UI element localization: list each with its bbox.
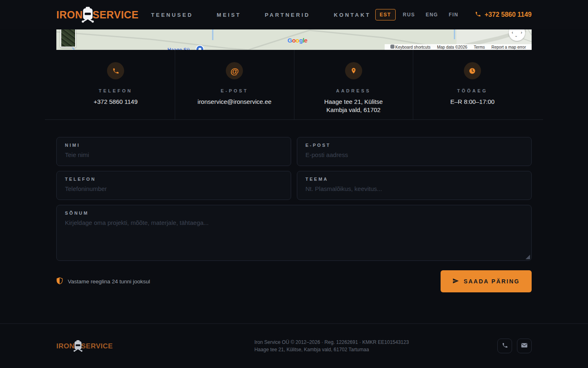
footer-legal: Iron Service OÜ © 2012–2026 · Reg. 12262… [201,339,409,353]
field-nimi[interactable]: NIMI [56,137,291,166]
keyboard-icon [390,45,394,49]
footer-logo[interactable]: IRON SERVICE [56,339,113,353]
logo-text-service: SERVICE [81,343,113,350]
footer-phone-button[interactable] [497,339,512,353]
pan-left-icon: ‹ [512,30,513,35]
field-sonum[interactable]: SÕNUM [56,205,532,261]
nav-kontakt[interactable]: KONTAKT [334,12,371,18]
terms-link[interactable]: Terms [470,45,488,49]
phone-icon [475,11,481,19]
card-telefon: TELEFON +372 5860 1149 [56,50,175,119]
lang-eng[interactable]: ENG [422,9,441,20]
header-phone-link[interactable]: +372 5860 1149 [475,11,532,19]
submit-label: SAADA PÄRING [463,278,520,285]
google-logo[interactable]: Google [287,37,307,44]
field-epost[interactable]: E-POST [297,137,532,166]
logo-text-iron: IRON [56,343,75,350]
phone-icon [502,342,508,350]
pin-icon [345,62,362,79]
card-label: AADRESS [336,88,371,93]
contact-form: NIMI E-POST TELEFON TEEMA SÕNUM [56,137,532,292]
map-marker-label: Haage Sü [167,47,190,50]
card-label: TELEFON [99,88,133,93]
card-value-address: Haage tee 21, Külitse Kambja vald, 61702 [324,98,383,114]
field-teema[interactable]: TEEMA [297,171,532,200]
map-data-label: Map data ©2026 [434,45,470,49]
card-value-hours: E–R 8:00–17:00 [450,98,494,105]
response-time-note: Vastame reeglina 24 tunni jooksul [56,277,150,286]
paper-plane-icon [452,278,459,285]
pan-down-icon: ˇ [515,35,517,40]
lang-est[interactable]: EST [375,9,396,20]
nav-meist[interactable]: MEIST [217,12,241,18]
page: IRON SERVICE TEENUSED MEIST PARTNERID [0,0,588,368]
submit-button[interactable]: SAADA PÄRING [441,270,532,292]
footer-email-button[interactable] [517,339,532,353]
phone-input[interactable] [65,185,283,192]
legal-line-1: Iron Service OÜ © 2012–2026 · Reg. 12262… [254,339,409,346]
envelope-icon [521,342,528,350]
field-label: TEEMA [305,177,523,182]
legal-line-2: Haage tee 21, Külitse, Kambja vald, 6170… [254,346,409,353]
card-value-email[interactable]: ironservice@ironservice.ee [198,98,272,105]
footer: IRON SERVICE Iron Service OÜ © 2012–2026… [0,323,588,368]
card-label: TÖÖAEG [457,88,488,93]
note-text: Vastame reeglina 24 tunni jooksul [68,278,150,285]
welding-mask-icon [82,7,94,25]
card-value-phone[interactable]: +372 5860 1149 [94,98,138,105]
lang-rus[interactable]: RUS [400,9,419,20]
main-nav: TEENUSED MEIST PARTNERID KONTAKT [143,12,371,18]
nav-partnerid[interactable]: PARTNERID [265,12,310,18]
phone-icon [107,62,124,79]
card-label: E-POST [220,88,248,93]
card-epost: @ E-POST ironservice@ironservice.ee [175,50,294,119]
at-icon: @ [226,62,243,79]
card-aadress: AADRESS Haage tee 21, Külitse Kambja val… [294,50,413,119]
map-satellite-toggle[interactable] [60,29,76,47]
field-label: SÕNUM [65,211,523,215]
google-map[interactable]: Haage Sü Google ‹ › ˇ Keyboard shortcuts… [56,29,532,50]
field-label: NIMI [65,143,283,148]
shield-icon [56,277,63,286]
header-right: EST RUS ENG FIN +372 5860 1149 [375,9,532,20]
header: IRON SERVICE TEENUSED MEIST PARTNERID [0,0,588,29]
welding-mask-icon [74,340,82,354]
header-phone-number: +372 5860 1149 [485,11,532,18]
textarea-resize-handle[interactable] [526,255,530,259]
field-label: E-POST [305,143,523,148]
email-input[interactable] [305,151,523,158]
clock-icon [464,62,481,79]
keyboard-shortcuts-link[interactable]: Keyboard shortcuts [387,45,434,49]
card-tooaeg: TÖÖAEG E–R 8:00–17:00 [413,50,532,119]
logo-text-iron: IRON [56,10,83,20]
nav-teenused[interactable]: TEENUSED [151,12,193,18]
footer-icons [497,339,532,353]
field-label: TELEFON [65,177,283,182]
subject-input[interactable] [305,185,523,192]
map-attribution: Keyboard shortcuts Map data ©2026 Terms … [385,44,532,50]
lang-fin[interactable]: FIN [445,9,462,20]
report-map-error-link[interactable]: Report a map error [488,45,529,49]
logo-text-service: SERVICE [93,10,139,20]
pan-right-icon: › [521,30,522,35]
field-telefon[interactable]: TELEFON [56,171,291,200]
name-input[interactable] [65,151,283,158]
logo[interactable]: IRON SERVICE [56,6,138,24]
contact-cards-strip: TELEFON +372 5860 1149 @ E-POST ironserv… [45,50,543,120]
message-textarea[interactable] [65,219,523,256]
